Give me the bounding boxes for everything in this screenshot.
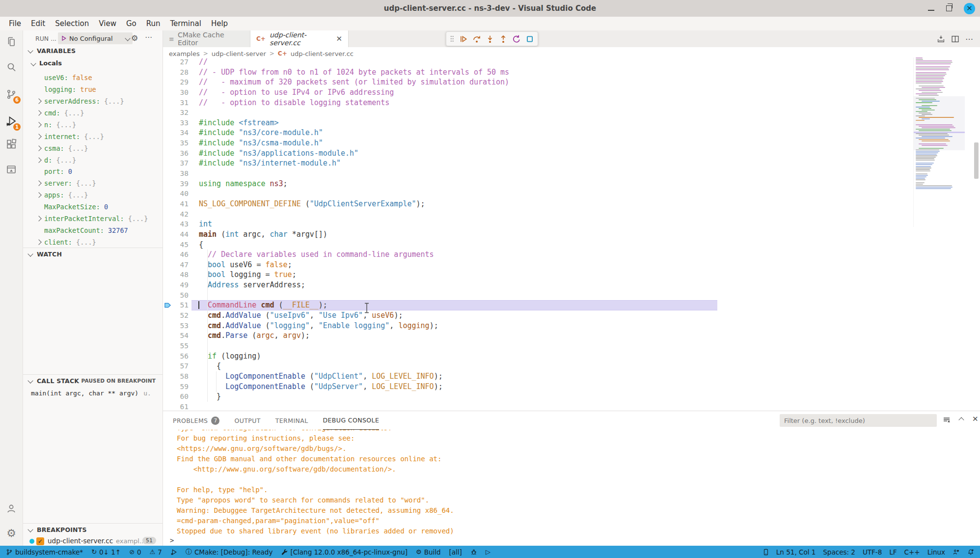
status-item[interactable]: C++ <box>904 548 920 556</box>
more-actions-icon[interactable]: ⋯ <box>145 33 153 42</box>
tray-arrow-icon[interactable] <box>937 35 945 43</box>
breakpoint-checkbox[interactable]: ✓ <box>36 537 44 545</box>
variable-row[interactable]: MaxPacketSize: 0 <box>23 201 163 213</box>
close-panel-icon[interactable]: ✕ <box>972 415 979 424</box>
code-line[interactable]: 58 LogComponentEnable ("UdpClient", LOG_… <box>163 371 980 382</box>
code-line[interactable]: 47 bool useV6 = false; <box>163 260 980 270</box>
code-line[interactable]: 29// - maximum of 320 packets sent (or l… <box>163 77 980 87</box>
account-icon[interactable] <box>0 497 23 520</box>
variable-row[interactable]: apps: {...} <box>23 189 163 201</box>
console-prompt[interactable]: > <box>170 536 174 544</box>
variable-row[interactable]: interPacketInterval: {...} <box>23 213 163 224</box>
variable-row[interactable]: useV6: false <box>23 72 163 84</box>
code-line[interactable]: 44main (int argc, char *argv[]) <box>163 229 980 240</box>
run-debug-icon[interactable]: 1 <box>0 110 23 133</box>
source-control-icon[interactable]: 6 <box>0 83 23 106</box>
stop-icon[interactable] <box>525 34 534 44</box>
filter-input[interactable] <box>780 414 937 427</box>
call-stack-section-header[interactable]: CALL STACK PAUSED ON BREAKPOINT <box>23 375 163 387</box>
debug-settings-gear-icon[interactable]: ⚙ <box>131 33 138 43</box>
code-line[interactable]: 60 } <box>163 391 980 402</box>
variable-row[interactable]: csma: {...} <box>23 142 163 154</box>
code-line[interactable]: 35#include "ns3/csma-module.h" <box>163 138 980 148</box>
code-line[interactable]: 46 // Declare variables used in command-… <box>163 250 980 260</box>
clear-console-icon[interactable] <box>943 416 951 424</box>
code-line[interactable]: 49 Address serverAddress; <box>163 280 980 290</box>
code-line[interactable]: 31// - option to disable logging stateme… <box>163 97 980 108</box>
status-item-warning[interactable]: ⚠7 <box>150 548 162 556</box>
code-line[interactable]: 51 CommandLine cmd (__FILE__); <box>163 300 980 310</box>
close-tab-icon[interactable]: ✕ <box>336 34 342 43</box>
tab-terminal[interactable]: TERMINAL <box>275 412 308 429</box>
code-line[interactable]: 52 cmd.AddValue ("useIpv6", "Use Ipv6", … <box>163 310 980 321</box>
breakpoints-section-header[interactable]: BREAKPOINTS <box>23 524 163 535</box>
status-item-device[interactable] <box>763 549 769 556</box>
restart-icon[interactable] <box>512 34 521 44</box>
code-line[interactable]: 43int <box>163 219 980 229</box>
code-line[interactable]: 48 bool logging = true; <box>163 270 980 280</box>
menu-file[interactable]: File <box>4 18 26 29</box>
debug-console-output[interactable]: Type "show configuration" for configurat… <box>163 430 980 546</box>
variables-section-header[interactable]: VARIABLES <box>23 45 163 56</box>
variable-row[interactable]: server: {...} <box>23 177 163 189</box>
collapse-panel-icon[interactable] <box>958 417 964 422</box>
code-line[interactable]: 41NS_LOG_COMPONENT_DEFINE ("UdpClientSer… <box>163 199 980 209</box>
code-line[interactable]: 40 <box>163 189 980 199</box>
menu-view[interactable]: View <box>94 18 121 29</box>
split-editor-icon[interactable] <box>951 35 959 43</box>
status-item-bug[interactable] <box>470 549 477 556</box>
variable-row[interactable]: internet: {...} <box>23 131 163 142</box>
code-area[interactable]: 27//28// - UDP flow from n0 to n1 of 102… <box>163 57 980 412</box>
code-line[interactable]: 37#include "ns3/internet-module.h" <box>163 158 980 168</box>
code-line[interactable]: 42 <box>163 209 980 219</box>
variable-row[interactable]: cmd: {...} <box>23 107 163 119</box>
variable-row[interactable]: serverAddress: {...} <box>23 95 163 107</box>
continue-icon[interactable] <box>459 34 468 44</box>
minimap[interactable] <box>913 57 965 227</box>
menu-go[interactable]: Go <box>121 18 141 29</box>
status-item[interactable]: Spaces: 2 <box>823 548 855 556</box>
status-item-play[interactable]: ▷ <box>486 549 490 555</box>
code-line[interactable]: 27// <box>163 57 980 67</box>
tab-udp-client-server[interactable]: C+ udp-client-server.cc ✕ <box>250 30 349 47</box>
code-line[interactable]: 30// - option to use IPv4 or IPv6 addres… <box>163 87 980 98</box>
step-out-icon[interactable] <box>499 34 508 44</box>
code-line[interactable]: 54 cmd.Parse (argc, argv); <box>163 331 980 341</box>
editor-scrollbar[interactable] <box>974 142 979 179</box>
code-line[interactable]: 59 LogComponentEnable ("UdpServer", LOG_… <box>163 381 980 391</box>
step-into-icon[interactable] <box>486 34 494 44</box>
console-filter[interactable] <box>780 414 937 427</box>
tab-output[interactable]: OUTPUT <box>234 412 260 429</box>
more-actions-icon[interactable]: ⋯ <box>965 34 973 44</box>
status-item-feedback[interactable] <box>953 549 960 556</box>
code-line[interactable]: 57 { <box>163 361 980 371</box>
close-button[interactable]: ✕ <box>964 3 975 14</box>
status-item-sync[interactable]: ↻0↓ 1↑ <box>91 548 121 556</box>
cmake-icon[interactable] <box>0 158 23 181</box>
status-item[interactable]: [all] <box>449 548 462 556</box>
code-line[interactable]: 61 <box>163 401 980 412</box>
code-line[interactable]: 39using namespace ns3; <box>163 178 980 189</box>
variable-row[interactable]: logging: true <box>23 84 163 95</box>
status-item-info[interactable]: ⓘCMake: [Debug]: Ready <box>186 548 273 556</box>
minimap-viewport[interactable] <box>914 96 965 150</box>
code-line[interactable]: 32 <box>163 108 980 118</box>
search-icon[interactable] <box>0 56 23 79</box>
status-item[interactable]: LF <box>889 548 897 556</box>
status-item-error[interactable]: ⊘0 <box>129 548 141 556</box>
menu-selection[interactable]: Selection <box>50 18 94 29</box>
title-bar[interactable]: udp-client-server.cc - ns-3-dev - Visual… <box>0 0 980 17</box>
status-item-git-branch[interactable]: buildsystem-cmake* <box>6 548 83 556</box>
tab-cmake-cache-editor[interactable]: ≡ CMake Cache Editor <box>163 30 250 47</box>
locals-scope[interactable]: Locals <box>31 59 62 67</box>
code-line[interactable]: 53 cmd.AddValue ("logging", "Enable logg… <box>163 320 980 331</box>
settings-gear-icon[interactable]: ⚙ <box>0 522 23 544</box>
variable-row[interactable]: d: {...} <box>23 154 163 166</box>
variable-row[interactable]: client: {...} <box>23 236 163 248</box>
breakpoint-paused-icon[interactable] <box>164 302 171 309</box>
status-item[interactable]: Linux <box>927 548 945 556</box>
code-line[interactable]: 34#include "ns3/core-module.h" <box>163 128 980 138</box>
menu-run[interactable]: Run <box>141 18 165 29</box>
debug-config-dropdown[interactable]: No Configural <box>58 32 133 44</box>
status-item-wrench[interactable]: [Clang 12.0.0 x86_64-pc-linux-gnu] <box>281 548 408 556</box>
